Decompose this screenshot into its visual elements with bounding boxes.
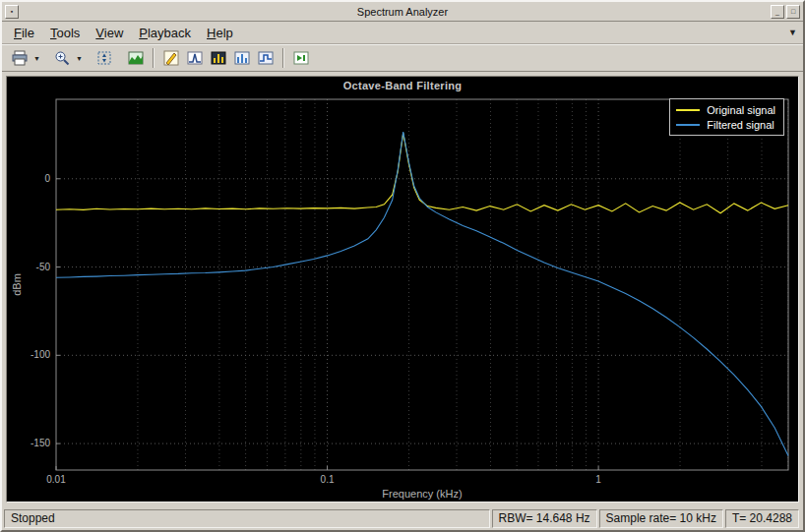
distortion-measurements-icon [210, 49, 227, 67]
peak-finder-icon [186, 49, 204, 67]
y-tick-label: 0 [44, 173, 50, 184]
maximize-icon: □ [791, 8, 795, 15]
plot-title: Octave-Band Filtering [7, 77, 798, 94]
status-sample-rate: Sample rate= 10 kHz [599, 509, 723, 528]
zoom-dropdown-arrow[interactable]: ▼ [74, 46, 85, 70]
step-forward-icon [292, 49, 310, 67]
window-title: Spectrum Analyzer [2, 6, 803, 18]
scale-axes-button[interactable] [93, 46, 116, 70]
legend-item[interactable]: Filtered signal [676, 117, 775, 132]
menubar: FileToolsViewPlaybackHelp ▼ [2, 22, 803, 44]
peak-finder-button[interactable] [183, 46, 207, 70]
x-tick-label: 1 [595, 474, 601, 485]
axes-box [56, 99, 788, 470]
scale-axes-icon [95, 49, 113, 67]
maximize-button[interactable]: □ [786, 5, 800, 19]
statusbar: Stopped RBW= 14.648 Hz Sample rate= 10 k… [2, 506, 803, 530]
window-menu-button[interactable]: ▪ [5, 5, 19, 19]
titlebar[interactable]: ▪ Spectrum Analyzer _ □ [2, 2, 803, 22]
x-tick-label: 0.01 [46, 474, 66, 485]
spectrogram-icon [127, 49, 145, 67]
y-axis-label: dBm [11, 273, 23, 296]
menu-item-view[interactable]: View [88, 24, 131, 42]
spectrum-analyzer-window: ▪ Spectrum Analyzer _ □ FileToolsViewPla… [0, 0, 805, 532]
y-tick-label: -50 [36, 262, 51, 272]
series-filtered [56, 132, 788, 455]
x-tick-label: 0.1 [321, 474, 335, 485]
menu-item-help[interactable]: Help [199, 24, 241, 42]
zoom-in-icon [53, 49, 71, 67]
legend-line-sample [676, 124, 700, 126]
legend-label: Filtered signal [707, 119, 774, 131]
y-tick-label: -100 [31, 349, 50, 360]
status-state: Stopped [4, 509, 490, 528]
step-forward-button[interactable] [289, 46, 313, 70]
x-axis-label: Frequency (kHz) [382, 488, 462, 500]
window-menu-icon: ▪ [11, 8, 13, 15]
spectrum-chart[interactable]: 0.010.110-50-100-150Frequency (kHz)dBm [7, 94, 800, 502]
print-dropdown-arrow[interactable]: ▼ [31, 46, 42, 70]
legend[interactable]: Original signalFiltered signal [669, 98, 784, 136]
print-icon [11, 49, 29, 67]
minimize-button[interactable]: _ [771, 5, 784, 19]
legend-label: Original signal [707, 104, 775, 116]
spectral-mask-icon [257, 49, 275, 67]
print-button[interactable] [8, 46, 31, 70]
legend-item[interactable]: Original signal [676, 102, 775, 117]
ccdf-measurements-button[interactable] [230, 46, 254, 70]
distortion-measurements-button[interactable] [207, 46, 230, 70]
y-tick-label: -150 [31, 438, 50, 448]
menu-item-playback[interactable]: Playback [131, 24, 199, 42]
menu-item-tools[interactable]: Tools [42, 24, 88, 42]
minimize-icon: _ [775, 8, 779, 15]
zoom-in-button[interactable] [50, 46, 74, 70]
spectral-mask-button[interactable] [254, 46, 278, 70]
toolbar-separator [282, 48, 284, 68]
cursor-measurements-icon [162, 49, 180, 67]
ccdf-measurements-icon [233, 49, 251, 67]
status-time: T= 20.4288 [725, 509, 799, 528]
cursor-measurements-button[interactable] [159, 46, 183, 70]
menu-item-file[interactable]: File [6, 24, 42, 42]
legend-line-sample [676, 109, 700, 111]
toolbar: ▼ ▼ [2, 44, 803, 72]
spectrogram-button[interactable] [124, 46, 148, 70]
status-rbw: RBW= 14.648 Hz [492, 509, 597, 528]
menu-corner-icon[interactable]: ▼ [788, 28, 797, 37]
plot-panel[interactable]: Octave-Band Filtering 0.010.110-50-100-1… [6, 76, 799, 502]
toolbar-separator [153, 48, 155, 68]
